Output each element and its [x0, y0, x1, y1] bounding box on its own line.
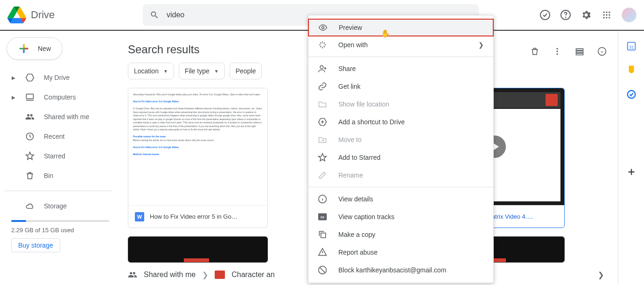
- sidebar-item-label: My Drive: [44, 74, 70, 81]
- delete-icon[interactable]: [530, 47, 539, 56]
- menu-item-view-details[interactable]: View details: [308, 190, 493, 208]
- svg-point-14: [556, 48, 558, 50]
- svg-text:cc: cc: [321, 215, 324, 219]
- storage-usage: 2.29 GB of 15 GB used: [11, 227, 112, 234]
- person-add-icon: [318, 64, 327, 73]
- breadcrumb-item[interactable]: Shared with me: [144, 271, 196, 279]
- pencil-icon: [318, 171, 327, 180]
- sidebar-item-bin[interactable]: ▶ Bin: [5, 166, 112, 185]
- trash-icon: [25, 171, 35, 180]
- sidebar-item-label: Shared with me: [44, 113, 89, 121]
- help-icon[interactable]: [560, 9, 571, 21]
- sidebar-item-recent[interactable]: ▶ Recent: [5, 127, 112, 146]
- add-panel-icon[interactable]: [626, 166, 637, 178]
- menu-label: Move to: [338, 136, 362, 143]
- calendar-icon[interactable]: 31: [626, 40, 637, 51]
- drive-logo-icon: [7, 7, 26, 23]
- side-panel: 31: [618, 31, 644, 285]
- svg-rect-12: [27, 94, 34, 99]
- file-card-doc[interactable]: Secondary Keywords: Why won't Google sli…: [128, 88, 268, 228]
- breadcrumb-item[interactable]: Character an: [231, 271, 275, 279]
- chevron-right-icon: ❯: [478, 41, 484, 49]
- menu-item-show-location: Show file location: [308, 95, 493, 113]
- filter-location[interactable]: Location▼: [128, 63, 174, 79]
- file-card-small[interactable]: [128, 236, 268, 263]
- account-avatar[interactable]: [622, 7, 637, 22]
- menu-item-preview[interactable]: Preview: [308, 19, 494, 36]
- svg-point-6: [603, 14, 605, 15]
- menu-item-share[interactable]: Share: [308, 60, 493, 78]
- sidebar-item-starred[interactable]: ▶ Starred: [5, 147, 112, 165]
- svg-point-4: [606, 11, 607, 13]
- sidebar-item-label: Computers: [44, 93, 76, 101]
- svg-point-25: [320, 65, 323, 69]
- sidebar-item-computers[interactable]: ▶ Computers: [5, 88, 112, 107]
- logo-area[interactable]: Drive: [7, 7, 115, 23]
- menu-item-view-captions[interactable]: cc View caption tracks: [308, 208, 493, 226]
- menu-item-move-to: Move to: [308, 131, 493, 149]
- svg-point-24: [322, 27, 324, 29]
- shortcut-icon: [318, 117, 327, 127]
- card-title: How to Fix Video error 5 in Go…: [150, 213, 238, 220]
- list-view-icon[interactable]: [575, 47, 584, 56]
- svg-point-5: [609, 11, 610, 13]
- menu-label: Add a shortcut to Drive: [338, 118, 405, 126]
- word-doc-icon: W: [135, 212, 144, 221]
- svg-rect-19: [576, 53, 583, 55]
- clock-icon: [25, 132, 35, 141]
- settings-gear-icon[interactable]: [581, 9, 592, 21]
- info-icon[interactable]: [597, 47, 607, 56]
- shared-icon: [25, 112, 35, 121]
- filter-people[interactable]: People: [230, 63, 262, 79]
- svg-point-15: [556, 50, 558, 52]
- ready-offline-icon[interactable]: [539, 9, 551, 21]
- filter-filetype[interactable]: File type▼: [179, 63, 225, 79]
- chip-label: Location: [134, 67, 159, 75]
- new-button[interactable]: New: [7, 37, 63, 60]
- sidebar-item-label: Bin: [44, 172, 53, 179]
- menu-item-add-shortcut[interactable]: Add a shortcut to Drive: [308, 113, 493, 131]
- tasks-icon[interactable]: [626, 89, 637, 100]
- svg-point-2: [566, 17, 566, 17]
- menu-item-report-abuse[interactable]: Report abuse: [308, 243, 493, 261]
- menu-item-rename: Rename: [308, 166, 493, 184]
- block-icon: [318, 265, 327, 275]
- menu-item-make-copy[interactable]: Make a copy: [308, 226, 493, 243]
- sidebar-item-shared[interactable]: ▶ Shared with me: [5, 107, 112, 126]
- app-name: Drive: [31, 9, 55, 21]
- svg-point-11: [609, 17, 610, 18]
- menu-label: Report abuse: [338, 249, 378, 256]
- warning-icon: [318, 248, 327, 257]
- menu-item-get-link[interactable]: Get link: [308, 78, 493, 95]
- info-icon: [318, 194, 327, 204]
- sidebar-item-label: Storage: [44, 202, 67, 210]
- more-vert-icon[interactable]: [553, 47, 562, 56]
- move-icon: [318, 135, 327, 144]
- star-icon: [25, 151, 35, 161]
- apps-grid-icon[interactable]: [601, 9, 612, 21]
- menu-item-add-starred[interactable]: Add to Starred: [308, 149, 493, 166]
- svg-point-16: [556, 53, 558, 55]
- folder-icon: [318, 100, 327, 109]
- new-label: New: [38, 45, 51, 52]
- buy-storage-button[interactable]: Buy storage: [11, 238, 60, 252]
- drive-icon: [25, 73, 35, 82]
- doc-thumbnail: Secondary Keywords: Why won't Google sli…: [128, 88, 267, 205]
- storage-bar: [11, 220, 109, 222]
- svg-point-8: [609, 14, 610, 15]
- menu-item-block[interactable]: Block karthikeyanbsacist@gmail.com: [308, 261, 493, 279]
- plus-icon: [17, 42, 30, 55]
- eye-icon: [318, 23, 328, 32]
- chevron-right-icon[interactable]: ❯: [598, 271, 604, 279]
- menu-label: Preview: [339, 24, 362, 31]
- sidebar-item-label: Starred: [44, 152, 65, 160]
- sidebar-item-storage[interactable]: ▶ Storage: [5, 197, 112, 215]
- sidebar-item-my-drive[interactable]: ▶ My Drive: [5, 68, 112, 87]
- chip-label: People: [236, 67, 256, 75]
- clapboard-icon: [215, 271, 225, 279]
- keep-icon[interactable]: [626, 64, 637, 76]
- results-toolbar: [530, 47, 607, 56]
- menu-label: Get link: [338, 83, 360, 90]
- menu-item-open-with[interactable]: Open with ❯: [308, 36, 493, 54]
- menu-label: Make a copy: [338, 231, 375, 238]
